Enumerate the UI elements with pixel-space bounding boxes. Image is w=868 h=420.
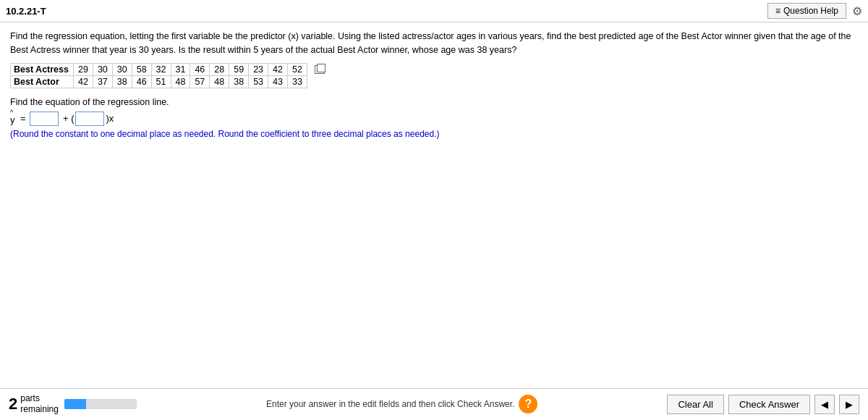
bottom-right: Clear All Check Answer ◀ ▶: [667, 395, 859, 414]
title-bar: 10.2.21-T ≡ Question Help ⚙: [0, 0, 868, 22]
gear-icon: ⚙: [852, 5, 862, 17]
actress-val-6: 31: [171, 63, 190, 75]
actor-val-11: 43: [268, 75, 288, 88]
y-hat-symbol: ^ y: [10, 112, 15, 125]
actress-val-9: 59: [229, 63, 249, 75]
check-answer-button[interactable]: Check Answer: [728, 395, 810, 414]
copy-icon-cell[interactable]: [307, 63, 329, 75]
next-button[interactable]: ▶: [839, 395, 859, 414]
equals-sign: =: [18, 113, 29, 124]
actor-val-10: 53: [249, 75, 268, 88]
actor-val-1: 42: [73, 75, 93, 88]
plus-open-paren: + (: [60, 113, 74, 124]
best-actress-label: Best Actress: [11, 63, 74, 75]
actress-val-11: 42: [268, 63, 288, 75]
table-row-actress: Best Actress 29 30 30 58 32 31 46 28 59 …: [11, 63, 330, 75]
actress-val-4: 58: [132, 63, 151, 75]
parts-number: 2: [9, 396, 17, 412]
hint-button[interactable]: ?: [519, 395, 537, 413]
bottom-center: Enter your answer in the edit fields and…: [137, 395, 668, 413]
table-row-actor: Best Actor 42 37 38 46 51 48 57 48 38 53…: [11, 75, 330, 88]
actress-val-7: 46: [190, 63, 210, 75]
question-help-button[interactable]: ≡ Question Help: [767, 3, 846, 19]
status-text: Enter your answer in the edit fields and…: [266, 399, 515, 409]
actress-val-3: 30: [112, 63, 132, 75]
actress-val-12: 52: [287, 63, 307, 75]
bottom-bar: 2 parts remaining Enter your answer in t…: [0, 388, 868, 420]
find-equation-label: Find the equation of the regression line…: [10, 97, 858, 107]
actor-val-12: 33: [287, 75, 307, 88]
progress-bar: [64, 399, 137, 409]
parts-remaining: 2 parts remaining: [9, 393, 59, 416]
problem-text: Find the regression equation, letting th…: [10, 30, 858, 57]
progress-bar-fill: [64, 399, 86, 409]
actor-val-8: 48: [210, 75, 229, 88]
actress-val-8: 28: [210, 63, 229, 75]
data-table: Best Actress 29 30 30 58 32 31 46 28 59 …: [10, 63, 330, 88]
actor-val-3: 38: [112, 75, 132, 88]
actress-val-2: 30: [93, 63, 112, 75]
actor-val-4: 46: [132, 75, 151, 88]
actor-val-7: 57: [190, 75, 210, 88]
coefficient-input[interactable]: [75, 112, 104, 126]
actor-val-9: 38: [229, 75, 249, 88]
actress-val-10: 23: [249, 63, 268, 75]
rounding-note: (Round the constant to one decimal place…: [10, 129, 858, 139]
equation-line: ^ y = + ( )x: [10, 112, 858, 126]
bottom-left: 2 parts remaining: [9, 393, 137, 416]
page-title: 10.2.21-T: [6, 6, 46, 17]
copy-icon[interactable]: [315, 65, 325, 74]
actor-val-2: 37: [93, 75, 112, 88]
next-icon: ▶: [846, 399, 853, 410]
actress-val-5: 32: [151, 63, 171, 75]
question-help-label: Question Help: [783, 6, 838, 16]
title-bar-right: ≡ Question Help ⚙: [767, 3, 862, 19]
constant-input[interactable]: [30, 112, 59, 126]
close-paren-x: )x: [106, 113, 114, 124]
previous-button[interactable]: ◀: [814, 395, 835, 414]
settings-button[interactable]: ⚙: [852, 4, 862, 18]
prev-icon: ◀: [821, 399, 828, 410]
clear-all-button[interactable]: Clear All: [667, 395, 723, 414]
actress-val-1: 29: [73, 63, 93, 75]
actor-val-6: 48: [171, 75, 190, 88]
question-mark-icon: ?: [525, 398, 532, 411]
list-icon: ≡: [775, 6, 780, 16]
main-content: Find the regression equation, letting th…: [0, 22, 868, 388]
actor-val-5: 51: [151, 75, 171, 88]
parts-label: parts remaining: [20, 393, 59, 416]
best-actor-label: Best Actor: [11, 75, 74, 88]
